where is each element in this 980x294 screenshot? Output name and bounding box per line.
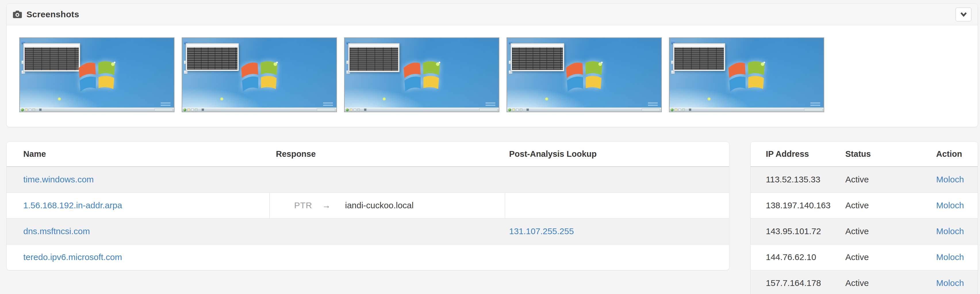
- taskbar-icon: [29, 109, 31, 111]
- start-orb-icon: [183, 109, 186, 111]
- moloch-action-link[interactable]: Moloch: [936, 201, 964, 210]
- column-header-name: Name: [6, 142, 270, 166]
- table-row: 113.52.135.33ActiveMoloch: [751, 166, 978, 192]
- start-orb-icon: [346, 109, 349, 111]
- collapse-screenshots-button[interactable]: [956, 8, 971, 21]
- taskbar: [182, 108, 336, 112]
- ip-address-value: 138.197.140.163: [751, 192, 830, 218]
- console-window: [348, 43, 399, 72]
- wallpaper-glow-dot: [57, 97, 61, 101]
- console-window: [673, 43, 725, 71]
- ip-address-value: 143.95.101.72: [751, 218, 830, 244]
- start-orb-icon: [21, 109, 24, 111]
- taskbar-icon: [202, 109, 204, 111]
- taskbar-icon: [353, 109, 356, 111]
- screenshot-thumbnail[interactable]: [182, 37, 337, 112]
- screenshots-panel-header: Screenshots: [6, 4, 978, 25]
- desktop-icon: [184, 70, 188, 74]
- ip-address-value: 144.76.62.10: [751, 244, 830, 270]
- dns-name-link[interactable]: time.windows.com: [23, 175, 94, 184]
- arrow-right-icon: →: [322, 201, 331, 210]
- table-row: 157.7.164.178ActiveMoloch: [751, 270, 978, 294]
- status-value: Active: [830, 218, 921, 244]
- taskbar-icon: [357, 109, 360, 111]
- column-header-post-analysis: Post-Analysis Lookup: [505, 142, 729, 166]
- wallpaper-watermark: [648, 102, 658, 106]
- dns-name-link[interactable]: 1.56.168.192.in-addr.arpa: [23, 201, 122, 210]
- desktop-icon: [671, 70, 675, 74]
- column-header-response: Response: [270, 142, 505, 166]
- dns-name-link[interactable]: teredo.ipv6.microsoft.com: [23, 252, 122, 262]
- console-window: [186, 43, 238, 71]
- screenshots-panel: Screenshots: [6, 3, 978, 127]
- dns-response-value: iandi-cuckoo.local: [345, 201, 414, 210]
- moloch-action-link[interactable]: Moloch: [936, 278, 964, 288]
- taskbar: [507, 108, 661, 112]
- taskbar-icon: [520, 109, 522, 111]
- dns-name-link[interactable]: dns.msftncsi.com: [23, 226, 90, 236]
- table-row: time.windows.com: [6, 166, 729, 192]
- taskbar-icon: [25, 109, 28, 111]
- taskbar-icon: [39, 109, 42, 111]
- wallpaper-watermark: [323, 102, 333, 106]
- table-header-row: IP Address Status Action: [751, 142, 978, 166]
- column-header-status: Status: [830, 142, 921, 166]
- windows-logo-icon: [75, 58, 118, 96]
- table-row: 143.95.101.72ActiveMoloch: [751, 218, 978, 244]
- windows-logo-icon: [400, 58, 443, 96]
- taskbar-icon: [188, 109, 190, 111]
- dns-record-type: PTR: [294, 201, 312, 210]
- table-row: 1.56.168.192.in-addr.arpaPTR→iandi-cucko…: [6, 192, 729, 218]
- ip-address-value: 157.7.164.178: [751, 270, 830, 294]
- screenshots-strip: [6, 25, 978, 112]
- ip-addresses-table: IP Address Status Action 113.52.135.33Ac…: [750, 142, 978, 294]
- taskbar: [20, 108, 174, 112]
- wallpaper-glow-dot: [382, 97, 386, 101]
- screenshot-thumbnail[interactable]: [669, 37, 824, 112]
- windows-logo-icon: [563, 58, 606, 96]
- taskbar-icon: [195, 109, 197, 111]
- start-orb-icon: [671, 109, 673, 111]
- taskbar-icon: [364, 109, 366, 111]
- taskbar: [670, 108, 824, 112]
- dns-requests-table: Name Response Post-Analysis Lookup time.…: [6, 142, 729, 270]
- system-tray: [642, 109, 660, 111]
- taskbar-icon: [350, 109, 352, 111]
- post-analysis-ip-link[interactable]: 131.107.255.255: [509, 226, 574, 236]
- column-header-action: Action: [921, 142, 978, 166]
- ip-address-value: 113.52.135.33: [751, 166, 830, 192]
- taskbar-icon: [675, 109, 677, 111]
- windows-logo-icon: [725, 58, 768, 96]
- start-orb-icon: [508, 109, 511, 111]
- wallpaper-watermark: [810, 102, 820, 106]
- console-window: [24, 43, 80, 71]
- system-tray: [479, 109, 498, 111]
- table-row: dns.msftncsi.com131.107.255.255: [6, 218, 729, 244]
- windows-logo-icon: [238, 58, 281, 96]
- moloch-action-link[interactable]: Moloch: [936, 175, 964, 184]
- system-tray: [317, 109, 335, 111]
- panel-title: Screenshots: [27, 10, 79, 19]
- status-value: Active: [830, 192, 921, 218]
- status-value: Active: [830, 270, 921, 294]
- taskbar: [345, 108, 499, 112]
- column-header-ip: IP Address: [751, 142, 830, 166]
- moloch-action-link[interactable]: Moloch: [936, 252, 964, 262]
- taskbar-icon: [527, 109, 529, 111]
- screenshot-thumbnail[interactable]: [344, 37, 500, 112]
- system-tray: [804, 109, 822, 111]
- camera-icon: [13, 11, 22, 18]
- wallpaper-glow-dot: [220, 97, 224, 101]
- taskbar-icon: [191, 109, 194, 111]
- table-row: teredo.ipv6.microsoft.com: [6, 244, 729, 270]
- moloch-action-link[interactable]: Moloch: [936, 226, 964, 236]
- status-value: Active: [830, 244, 921, 270]
- screenshot-thumbnail[interactable]: [506, 37, 662, 112]
- table-row: 138.197.140.163ActiveMoloch: [751, 192, 978, 218]
- chevron-down-icon: [960, 11, 967, 18]
- wallpaper-watermark: [485, 102, 495, 106]
- table-row: 144.76.62.10ActiveMoloch: [751, 244, 978, 270]
- wallpaper-watermark: [161, 102, 170, 106]
- screenshot-thumbnail[interactable]: [19, 37, 175, 112]
- wallpaper-glow-dot: [707, 97, 711, 101]
